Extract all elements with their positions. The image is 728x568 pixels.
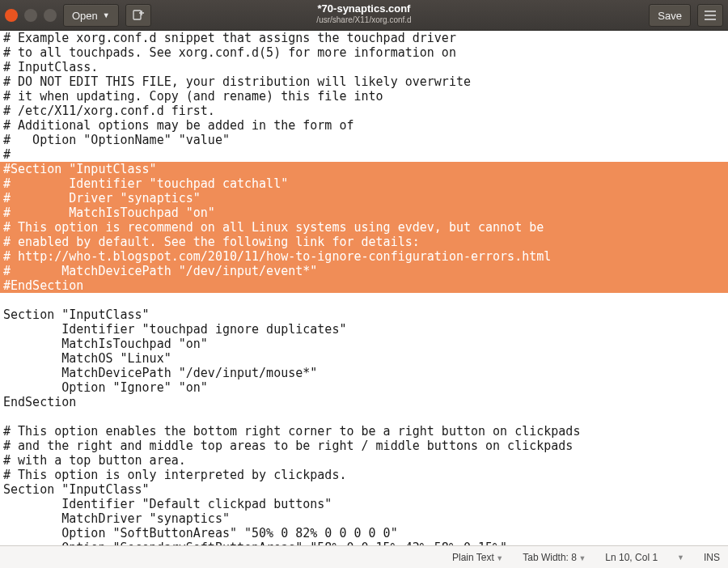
editor-line[interactable]: # Driver "synaptics" [0,191,728,206]
chevron-down-icon: ▼ [103,11,110,19]
editor-line[interactable]: EndSection [3,395,725,409]
minimize-window-button[interactable] [24,9,37,22]
open-button[interactable]: Open ▼ [63,4,119,27]
close-window-button[interactable] [5,9,18,22]
status-bar: Plain Text Tab Width: 8 Ln 10, Col 1 ▼ I… [0,545,728,568]
cursor-position: Ln 10, Col 1 [605,552,658,563]
editor-line[interactable]: # Example xorg.conf.d snippet that assig… [3,31,725,45]
new-tab-button[interactable] [125,4,151,27]
editor-line[interactable]: MatchDevicePath "/dev/input/mouse*" [3,366,725,380]
editor-line[interactable]: # Identifier "touchpad catchall" [0,176,728,191]
editor-line[interactable]: # enabled by default. See the following … [0,235,728,249]
editor-line[interactable]: # This option is recommend on all Linux … [0,220,728,235]
editor-line[interactable]: # This option is only interpreted by cli… [3,468,725,482]
editor-line[interactable]: #EndSection [0,278,728,293]
editor-line[interactable]: # and the right and middle top areas to … [3,439,725,453]
save-button-label: Save [658,10,682,22]
editor-line[interactable]: # it when updating. Copy (and rename) th… [3,89,725,104]
hamburger-menu-button[interactable] [697,4,723,27]
editor-line[interactable]: # Option "OptionName" "value" [3,133,725,147]
title-center: *70-synaptics.conf /usr/share/X11/xorg.c… [316,2,411,25]
editor-line[interactable]: # DO NOT EDIT THIS FILE, your distributi… [3,74,725,89]
editor-line[interactable]: # /etc/X11/xorg.conf.d first. [3,104,725,118]
editor-line[interactable]: # with a top button area. [3,453,725,468]
window-controls [5,9,57,22]
title-bar: Open ▼ *70-synaptics.conf /usr/share/X11… [0,0,728,31]
document-path: /usr/share/X11/xorg.conf.d [316,15,411,25]
editor-line[interactable]: MatchDriver "synaptics" [3,511,725,526]
open-button-label: Open [72,10,98,22]
editor-line[interactable]: # Additional options may be added in the… [3,118,725,133]
editor-line[interactable]: Identifier "touchpad ignore duplicates" [3,322,725,337]
new-tab-icon [133,10,144,21]
maximize-window-button[interactable] [44,9,57,22]
editor-line[interactable]: # http://who-t.blogspot.com/2010/11/how-… [0,249,728,264]
tab-width-selector[interactable]: Tab Width: 8 [523,552,586,563]
editor-line[interactable]: Identifier "Default clickpad buttons" [3,497,725,511]
svg-rect-0 [133,11,141,19]
editor-line[interactable]: Section "InputClass" [3,307,725,322]
editor-line[interactable]: MatchIsTouchpad "on" [3,337,725,351]
language-selector[interactable]: Plain Text [452,552,503,563]
editor-line[interactable]: # [3,147,725,162]
editor-line[interactable]: MatchOS "Linux" [3,351,725,366]
editor-line[interactable]: Option "Ignore" "on" [3,380,725,395]
editor-view[interactable]: # Example xorg.conf.d snippet that assig… [0,31,728,545]
editor-line[interactable]: # MatchDevicePath "/dev/input/event*" [0,264,728,278]
editor-line[interactable]: # MatchIsTouchpad "on" [0,206,728,220]
insert-mode-indicator[interactable]: INS [704,552,720,563]
editor-line[interactable] [3,409,725,424]
editor-line[interactable]: #Section "InputClass" [0,162,728,176]
editor-line[interactable] [3,293,725,307]
hamburger-icon [705,11,716,20]
document-title: *70-synaptics.conf [316,2,411,15]
editor-line[interactable]: # InputClass. [3,60,725,74]
editor-line[interactable]: # This option enables the bottom right c… [3,424,725,439]
editor-line[interactable]: Section "InputClass" [3,482,725,497]
editor-line[interactable]: Option "SoftButtonAreas" "50% 0 82% 0 0 … [3,526,725,540]
editor-line[interactable]: # to all touchpads. See xorg.conf.d(5) f… [3,45,725,60]
save-button[interactable]: Save [649,4,691,27]
chevron-down-icon[interactable]: ▼ [677,553,684,562]
